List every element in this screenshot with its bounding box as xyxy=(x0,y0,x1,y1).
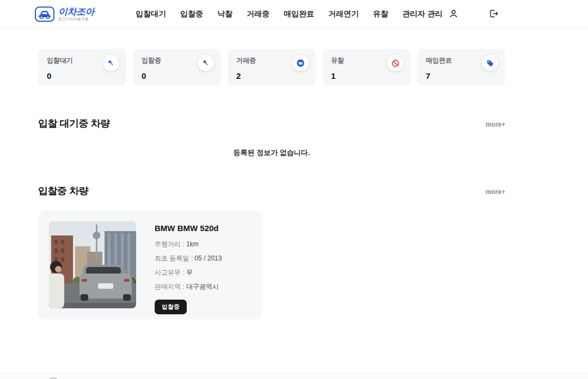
no-sign-icon xyxy=(387,55,403,71)
stat-value: 2 xyxy=(236,71,307,80)
car-photo xyxy=(49,221,136,308)
car-detail-sale-region: 판매지역 : 대구광역시 xyxy=(155,282,222,291)
svg-text:₩: ₩ xyxy=(299,61,303,66)
logo-title: 이차조아 xyxy=(58,7,94,16)
status-badge: 입찰중 xyxy=(155,300,187,314)
more-link[interactable]: more+ xyxy=(486,121,505,128)
main-nav: 입찰대기 입찰중 낙찰 거래중 매입완료 거래연기 유찰 관리자 관리 xyxy=(136,9,443,19)
stat-card-bid-waiting[interactable]: 입찰대기 0 xyxy=(38,49,126,86)
section-title: 입찰중 차량 xyxy=(38,184,88,197)
top-navigation-bar: 이차조아 중고차매매플랫폼 입찰대기 입찰중 낙찰 거래중 매입완료 거래연기 … xyxy=(0,0,588,29)
more-link[interactable]: more+ xyxy=(486,188,505,196)
stat-value: 0 xyxy=(142,71,212,80)
section-bid-waiting-cars: 입찰 대기중 차량 more+ 등록된 정보가 없습니다. xyxy=(38,117,505,158)
empty-state-text: 등록된 정보가 없습니다. xyxy=(38,148,505,158)
stat-card-purchase-complete[interactable]: 매입완료 7 xyxy=(417,49,505,86)
nav-item-trade-postpone[interactable]: 거래연기 xyxy=(328,9,359,19)
nav-item-purchase-complete[interactable]: 매입완료 xyxy=(284,9,314,19)
car-detail-accident-history: 사고유무 : 무 xyxy=(155,268,222,277)
car-detail-first-registration: 최초 등록일 : 05 / 2013 xyxy=(155,254,222,263)
nav-item-in-trade[interactable]: 거래중 xyxy=(247,9,270,19)
app-logo[interactable]: 이차조아 중고차매매플랫폼 xyxy=(35,7,94,22)
nav-item-bidding[interactable]: 입찰중 xyxy=(180,9,203,19)
stat-value: 7 xyxy=(426,71,497,80)
topbar-actions xyxy=(448,8,500,21)
gavel-icon xyxy=(103,55,119,71)
car-title: BMW BMW 520d xyxy=(155,223,222,233)
section-title: 입찰 대기중 차량 xyxy=(38,117,110,130)
stat-card-bidding[interactable]: 입찰중 0 xyxy=(133,49,221,86)
nav-item-admin-management[interactable]: 관리자 관리 xyxy=(402,9,443,19)
car-listing-card[interactable]: BMW BMW 520d 주행거리 : 1km 최초 등록일 : 05 / 20… xyxy=(38,210,262,319)
stat-card-in-trade[interactable]: 거래중 2 ₩ xyxy=(228,49,316,86)
logout-icon xyxy=(489,9,499,20)
section-bidding-cars: 입찰중 차량 more+ xyxy=(38,184,505,319)
footer-car-logo-icon xyxy=(46,376,61,379)
dashboard-main: 입찰대기 0 입찰중 0 xyxy=(38,49,505,319)
stat-value: 0 xyxy=(47,71,118,80)
gavel-icon xyxy=(198,55,214,71)
tag-icon xyxy=(482,55,498,71)
nav-item-won-bid[interactable]: 낙찰 xyxy=(217,9,232,19)
car-logo-icon xyxy=(35,7,54,22)
page-footer: 서울 (메인이데이) 이차조아 | 사업자 등록번호 1409-482485 |… xyxy=(0,373,588,379)
user-profile-button[interactable] xyxy=(448,8,460,21)
car-detail-mileage: 주행거리 : 1km xyxy=(155,240,222,249)
nav-item-bid-waiting[interactable]: 입찰대기 xyxy=(136,9,166,19)
coin-icon: ₩ xyxy=(292,55,309,71)
car-info: BMW BMW 520d 주행거리 : 1km 최초 등록일 : 05 / 20… xyxy=(155,221,222,308)
stats-row: 입찰대기 0 입찰중 0 xyxy=(38,49,505,86)
logout-button[interactable] xyxy=(488,8,500,21)
stat-value: 1 xyxy=(331,71,402,80)
person-icon xyxy=(449,9,458,20)
logo-subtitle: 중고차매매플랫폼 xyxy=(58,17,94,21)
stat-card-failed-bid[interactable]: 유찰 1 xyxy=(322,49,411,86)
nav-item-failed-bid[interactable]: 유찰 xyxy=(373,9,388,19)
